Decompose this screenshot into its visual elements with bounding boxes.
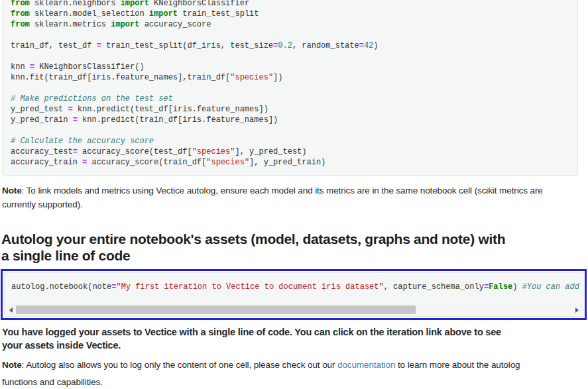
documentation-page: from sklearn.neighbors import KNeighbors…	[0, 0, 588, 389]
heading-line: Autolog your entire notebook's assets (m…	[1, 231, 571, 247]
autolog-code-line: autolog.notebook(note="My first iteratio…	[5, 273, 583, 292]
paragraph-line: You have logged your assets to Vectice w…	[2, 325, 577, 339]
autolog-highlight-box: autolog.notebook(note="My first iteratio…	[1, 269, 587, 320]
horizontal-scrollbar[interactable]	[5, 304, 582, 315]
note-prefix: Note	[2, 186, 22, 195]
logged-assets-paragraph: You have logged your assets to Vectice w…	[2, 325, 577, 352]
section-heading-autolog: Autolog your entire notebook's assets (m…	[1, 231, 571, 264]
note-line: functions and capabilities.	[2, 374, 583, 389]
note-line: currently supported).	[2, 197, 583, 211]
note-prefix: Note	[2, 360, 22, 370]
paragraph-line: your assets inside Vectice.	[2, 339, 577, 352]
documentation-link[interactable]: documentation	[337, 360, 395, 370]
scrollbar-track[interactable]	[16, 304, 571, 315]
note-line: Note: To link models and metrics using V…	[2, 184, 583, 197]
scrollbar-thumb[interactable]	[16, 306, 416, 314]
autolog-code-block: autolog.notebook(note="My first iteratio…	[4, 272, 583, 317]
note-autolog-documentation: Note: Autolog also allows you to log onl…	[2, 357, 583, 389]
heading-line: a single line of code	[1, 247, 571, 264]
note-model-metrics: Note: To link models and metrics using V…	[2, 184, 583, 211]
scroll-left-arrow-icon[interactable]	[5, 304, 16, 315]
note-line: Note: Autolog also allows you to log onl…	[2, 357, 583, 374]
scroll-right-arrow-icon[interactable]	[571, 304, 582, 315]
code-block-model-training: from sklearn.neighbors import KNeighbors…	[2, 0, 578, 176]
